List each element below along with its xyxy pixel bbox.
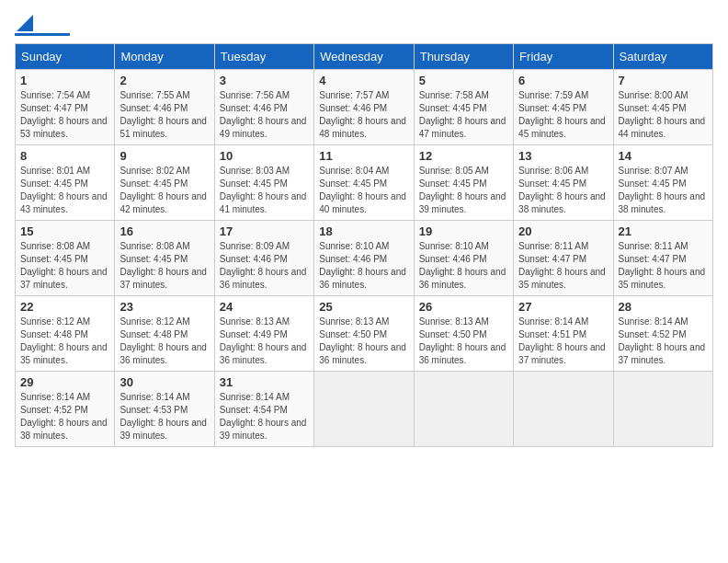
- calendar-cell: 20 Sunrise: 8:11 AM Sunset: 4:47 PM Dayl…: [514, 221, 613, 296]
- day-info: Sunrise: 7:59 AM Sunset: 4:45 PM Dayligh…: [518, 89, 608, 141]
- day-info: Sunrise: 8:06 AM Sunset: 4:45 PM Dayligh…: [518, 165, 608, 216]
- day-number: 27: [518, 300, 608, 314]
- page-header: [15, 15, 713, 36]
- day-info: Sunrise: 8:07 AM Sunset: 4:45 PM Dayligh…: [619, 165, 708, 216]
- day-info: Sunrise: 8:14 AM Sunset: 4:51 PM Dayligh…: [518, 316, 608, 367]
- day-number: 12: [419, 149, 508, 163]
- day-number: 30: [119, 375, 209, 389]
- day-info: Sunrise: 8:08 AM Sunset: 4:45 PM Dayligh…: [119, 240, 209, 292]
- day-number: 19: [419, 224, 508, 238]
- calendar-cell: 15 Sunrise: 8:08 AM Sunset: 4:45 PM Dayl…: [16, 221, 115, 296]
- day-number: 29: [20, 375, 109, 389]
- day-number: 31: [220, 375, 309, 389]
- logo: [15, 15, 70, 36]
- col-saturday: Saturday: [613, 44, 712, 70]
- day-number: 18: [319, 224, 408, 238]
- calendar-cell: 13 Sunrise: 8:06 AM Sunset: 4:45 PM Dayl…: [514, 145, 613, 221]
- calendar-cell: 19 Sunrise: 8:10 AM Sunset: 4:46 PM Dayl…: [414, 221, 513, 296]
- col-friday: Friday: [514, 44, 613, 70]
- day-info: Sunrise: 7:54 AM Sunset: 4:47 PM Dayligh…: [20, 89, 109, 141]
- calendar-cell: 21 Sunrise: 8:11 AM Sunset: 4:47 PM Dayl…: [613, 221, 712, 296]
- calendar-cell: 16 Sunrise: 8:08 AM Sunset: 4:45 PM Dayl…: [115, 221, 214, 296]
- calendar-cell: 9 Sunrise: 8:02 AM Sunset: 4:45 PM Dayli…: [115, 145, 214, 221]
- day-info: Sunrise: 8:13 AM Sunset: 4:49 PM Dayligh…: [220, 316, 309, 367]
- day-info: Sunrise: 7:56 AM Sunset: 4:46 PM Dayligh…: [220, 89, 309, 141]
- calendar-cell: [613, 372, 712, 447]
- calendar-cell: [414, 372, 513, 447]
- day-info: Sunrise: 8:10 AM Sunset: 4:46 PM Dayligh…: [419, 240, 508, 292]
- col-thursday: Thursday: [414, 44, 513, 70]
- day-number: 9: [119, 149, 209, 163]
- day-info: Sunrise: 8:12 AM Sunset: 4:48 PM Dayligh…: [20, 316, 109, 367]
- calendar-cell: [514, 372, 613, 447]
- calendar-cell: 4 Sunrise: 7:57 AM Sunset: 4:46 PM Dayli…: [314, 70, 414, 145]
- calendar-cell: 11 Sunrise: 8:04 AM Sunset: 4:45 PM Dayl…: [314, 145, 414, 221]
- day-number: 10: [220, 149, 309, 163]
- day-info: Sunrise: 8:10 AM Sunset: 4:46 PM Dayligh…: [319, 240, 408, 292]
- calendar-cell: 23 Sunrise: 8:12 AM Sunset: 4:48 PM Dayl…: [115, 296, 214, 372]
- calendar-week-row: 1 Sunrise: 7:54 AM Sunset: 4:47 PM Dayli…: [16, 70, 713, 145]
- calendar-cell: 14 Sunrise: 8:07 AM Sunset: 4:45 PM Dayl…: [613, 145, 712, 221]
- day-number: 5: [419, 74, 508, 87]
- day-number: 13: [518, 149, 608, 163]
- calendar-table: Sunday Monday Tuesday Wednesday Thursday…: [15, 43, 713, 447]
- day-info: Sunrise: 8:02 AM Sunset: 4:45 PM Dayligh…: [119, 165, 209, 216]
- day-number: 22: [20, 300, 109, 314]
- day-number: 11: [319, 149, 408, 163]
- day-info: Sunrise: 8:13 AM Sunset: 4:50 PM Dayligh…: [319, 316, 408, 367]
- calendar-header-row: Sunday Monday Tuesday Wednesday Thursday…: [16, 44, 713, 70]
- calendar-cell: 28 Sunrise: 8:14 AM Sunset: 4:52 PM Dayl…: [613, 296, 712, 372]
- calendar-cell: 29 Sunrise: 8:14 AM Sunset: 4:52 PM Dayl…: [16, 372, 115, 447]
- calendar-cell: 31 Sunrise: 8:14 AM Sunset: 4:54 PM Dayl…: [214, 372, 313, 447]
- day-number: 26: [419, 300, 508, 314]
- calendar-cell: 24 Sunrise: 8:13 AM Sunset: 4:49 PM Dayl…: [214, 296, 313, 372]
- logo-underline: [15, 33, 70, 36]
- calendar-cell: 2 Sunrise: 7:55 AM Sunset: 4:46 PM Dayli…: [115, 70, 214, 145]
- day-number: 24: [220, 300, 309, 314]
- day-info: Sunrise: 8:14 AM Sunset: 4:52 PM Dayligh…: [20, 391, 109, 442]
- day-info: Sunrise: 8:08 AM Sunset: 4:45 PM Dayligh…: [20, 240, 109, 292]
- day-info: Sunrise: 8:00 AM Sunset: 4:45 PM Dayligh…: [619, 89, 708, 141]
- col-tuesday: Tuesday: [214, 44, 313, 70]
- day-number: 3: [220, 74, 309, 87]
- logo-icon: [17, 15, 33, 31]
- day-info: Sunrise: 8:13 AM Sunset: 4:50 PM Dayligh…: [419, 316, 508, 367]
- calendar-cell: 1 Sunrise: 7:54 AM Sunset: 4:47 PM Dayli…: [16, 70, 115, 145]
- col-monday: Monday: [115, 44, 214, 70]
- day-info: Sunrise: 8:11 AM Sunset: 4:47 PM Dayligh…: [619, 240, 708, 292]
- day-info: Sunrise: 8:12 AM Sunset: 4:48 PM Dayligh…: [119, 316, 209, 367]
- day-info: Sunrise: 7:57 AM Sunset: 4:46 PM Dayligh…: [319, 89, 408, 141]
- calendar-cell: 30 Sunrise: 8:14 AM Sunset: 4:53 PM Dayl…: [115, 372, 214, 447]
- calendar-week-row: 29 Sunrise: 8:14 AM Sunset: 4:52 PM Dayl…: [16, 372, 713, 447]
- day-number: 8: [20, 149, 109, 163]
- svg-marker-0: [17, 15, 33, 31]
- day-number: 16: [119, 224, 209, 238]
- day-info: Sunrise: 8:14 AM Sunset: 4:54 PM Dayligh…: [220, 391, 309, 442]
- day-number: 7: [619, 74, 708, 87]
- day-info: Sunrise: 8:05 AM Sunset: 4:45 PM Dayligh…: [419, 165, 508, 216]
- day-number: 4: [319, 74, 408, 87]
- col-sunday: Sunday: [16, 44, 115, 70]
- calendar-cell: 26 Sunrise: 8:13 AM Sunset: 4:50 PM Dayl…: [414, 296, 513, 372]
- day-info: Sunrise: 8:03 AM Sunset: 4:45 PM Dayligh…: [220, 165, 309, 216]
- calendar-cell: 3 Sunrise: 7:56 AM Sunset: 4:46 PM Dayli…: [214, 70, 313, 145]
- calendar-week-row: 8 Sunrise: 8:01 AM Sunset: 4:45 PM Dayli…: [16, 145, 713, 221]
- calendar-cell: 7 Sunrise: 8:00 AM Sunset: 4:45 PM Dayli…: [613, 70, 712, 145]
- day-number: 21: [619, 224, 708, 238]
- day-number: 6: [518, 74, 608, 87]
- day-info: Sunrise: 8:04 AM Sunset: 4:45 PM Dayligh…: [319, 165, 408, 216]
- calendar-cell: 12 Sunrise: 8:05 AM Sunset: 4:45 PM Dayl…: [414, 145, 513, 221]
- day-number: 2: [119, 74, 209, 87]
- day-info: Sunrise: 7:55 AM Sunset: 4:46 PM Dayligh…: [119, 89, 209, 141]
- day-number: 23: [119, 300, 209, 314]
- day-number: 28: [619, 300, 708, 314]
- calendar-cell: 5 Sunrise: 7:58 AM Sunset: 4:45 PM Dayli…: [414, 70, 513, 145]
- calendar-cell: 10 Sunrise: 8:03 AM Sunset: 4:45 PM Dayl…: [214, 145, 313, 221]
- day-info: Sunrise: 7:58 AM Sunset: 4:45 PM Dayligh…: [419, 89, 508, 141]
- day-info: Sunrise: 8:09 AM Sunset: 4:46 PM Dayligh…: [220, 240, 309, 292]
- calendar-cell: 17 Sunrise: 8:09 AM Sunset: 4:46 PM Dayl…: [214, 221, 313, 296]
- calendar-cell: 8 Sunrise: 8:01 AM Sunset: 4:45 PM Dayli…: [16, 145, 115, 221]
- calendar-cell: 18 Sunrise: 8:10 AM Sunset: 4:46 PM Dayl…: [314, 221, 414, 296]
- day-info: Sunrise: 8:01 AM Sunset: 4:45 PM Dayligh…: [20, 165, 109, 216]
- day-info: Sunrise: 8:14 AM Sunset: 4:53 PM Dayligh…: [119, 391, 209, 442]
